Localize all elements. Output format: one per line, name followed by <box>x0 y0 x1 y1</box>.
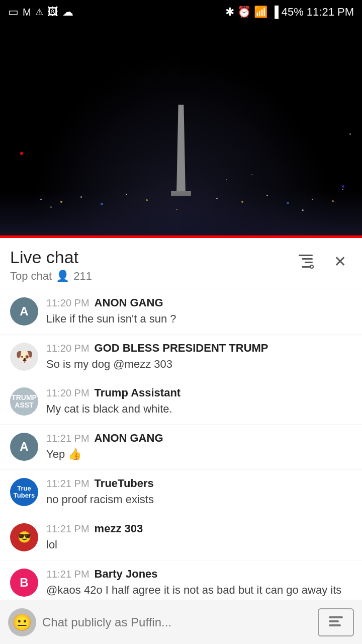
wifi-icon: 📶 <box>254 6 267 19</box>
emoji-icon: 😐 <box>12 613 32 632</box>
image-icon: 🖼 <box>47 6 58 19</box>
message-meta: 11:20 PM ANON GANG <box>46 296 352 309</box>
message-time: 11:20 PM <box>46 297 89 309</box>
livechat-title-area: Live chat Top chat 👤 211 <box>10 247 92 283</box>
filter-button[interactable] <box>294 249 318 273</box>
alarm-icon: ⏰ <box>237 6 251 19</box>
chat-input-area: 😐 <box>0 600 362 644</box>
messages-area: A 11:20 PM ANON GANG Like if the sun isn… <box>0 289 362 644</box>
message-row: 😎 11:21 PM mezz 303 lol <box>0 515 362 560</box>
viewer-count: 211 <box>73 270 92 283</box>
time-display: 11:21 PM <box>307 6 354 19</box>
message-text: Yep 👍 <box>46 447 352 462</box>
send-icon <box>327 613 345 631</box>
message-row: 🐶 11:20 PM GOD BLESS PRESIDENT TRUMP So … <box>0 335 362 380</box>
message-row: A 11:21 PM ANON GANG Yep 👍 <box>0 425 362 470</box>
status-left: ▭ M ⚠ 🖼 ☁ <box>8 6 73 19</box>
svg-rect-0 <box>329 616 343 618</box>
message-text: So is my dog @mezz 303 <box>46 357 352 372</box>
monument-silhouette <box>176 105 186 195</box>
avatar: TrueTubers <box>10 478 38 506</box>
message-time: 11:21 PM <box>46 569 89 580</box>
message-content: 11:20 PM GOD BLESS PRESIDENT TRUMP So is… <box>46 342 352 372</box>
message-author: ANON GANG <box>95 432 163 445</box>
avatar: 😎 <box>10 523 38 551</box>
message-meta: 11:20 PM GOD BLESS PRESIDENT TRUMP <box>46 342 352 355</box>
message-meta: 11:21 PM ANON GANG <box>46 432 352 445</box>
alert-icon: ⚠ <box>35 7 43 18</box>
livechat-header: Live chat Top chat 👤 211 ✕ <box>0 238 362 289</box>
avatar: A <box>10 433 38 461</box>
cloud-icon: ☁ <box>62 6 73 19</box>
m-icon: M <box>23 7 31 18</box>
message-text: Like if the sun isn't a sun ? <box>46 311 352 327</box>
chat-input[interactable] <box>42 608 312 636</box>
message-meta: 11:20 PM Trump Assistant <box>46 386 352 399</box>
emoji-button[interactable]: 😐 <box>8 608 36 636</box>
signal-icon: ▐ <box>270 6 279 19</box>
send-button[interactable] <box>318 608 354 636</box>
message-content: 11:20 PM ANON GANG Like if the sun isn't… <box>46 296 352 327</box>
message-meta: 11:21 PM Barty Jones <box>46 568 352 581</box>
avatar: 🐶 <box>10 343 38 371</box>
topchat-label[interactable]: Top chat <box>10 270 52 283</box>
message-author: Trump Assistant <box>95 386 181 399</box>
message-row: TRUMPASST 11:20 PM Trump Assistant My ca… <box>0 379 362 425</box>
svg-rect-2 <box>329 624 341 626</box>
message-time: 11:20 PM <box>46 343 89 354</box>
status-right: ✱ ⏰ 📶 ▐ 45% 11:21 PM <box>225 6 354 19</box>
message-content: 11:21 PM mezz 303 lol <box>46 522 352 553</box>
message-author: TrueTubers <box>95 477 154 490</box>
close-button[interactable]: ✕ <box>328 249 352 273</box>
message-content: 11:21 PM TrueTubers no proof racism exis… <box>46 477 352 508</box>
message-text: My cat is black and white. <box>46 401 352 417</box>
message-text: no proof racism exists <box>46 492 352 508</box>
svg-rect-1 <box>329 620 339 622</box>
livechat-subtitle: Top chat 👤 211 <box>10 270 92 283</box>
people-icon: 👤 <box>56 270 69 283</box>
filter-icon <box>299 255 313 268</box>
message-content: 11:21 PM ANON GANG Yep 👍 <box>46 432 352 462</box>
livechat-actions: ✕ <box>294 249 352 273</box>
message-author: ANON GANG <box>95 296 163 309</box>
video-background <box>0 24 362 235</box>
message-author: GOD BLESS PRESIDENT TRUMP <box>95 342 268 355</box>
message-row: A 11:20 PM ANON GANG Like if the sun isn… <box>0 289 362 335</box>
status-bar: ▭ M ⚠ 🖼 ☁ ✱ ⏰ 📶 ▐ 45% 11:21 PM <box>0 0 362 24</box>
battery-text: 45% <box>282 6 304 19</box>
message-content: 11:20 PM Trump Assistant My cat is black… <box>46 386 352 417</box>
message-time: 11:21 PM <box>46 433 89 444</box>
message-meta: 11:21 PM TrueTubers <box>46 477 352 490</box>
bluetooth-icon: ✱ <box>225 6 234 19</box>
avatar: TRUMPASST <box>10 387 38 416</box>
message-row: TrueTubers 11:21 PM TrueTubers no proof … <box>0 470 362 515</box>
message-text: lol <box>46 537 352 553</box>
message-time: 11:20 PM <box>46 387 89 399</box>
avatar: B <box>10 569 38 597</box>
message-author: mezz 303 <box>95 522 143 535</box>
message-author: Barty Jones <box>95 568 158 581</box>
message-time: 11:21 PM <box>46 523 89 535</box>
avatar: A <box>10 297 38 326</box>
notification-icon: ▭ <box>8 6 19 19</box>
message-time: 11:21 PM <box>46 478 89 490</box>
livechat-title: Live chat <box>10 247 92 268</box>
video-player[interactable] <box>0 24 362 235</box>
message-meta: 11:21 PM mezz 303 <box>46 522 352 535</box>
city-lights <box>0 190 362 235</box>
